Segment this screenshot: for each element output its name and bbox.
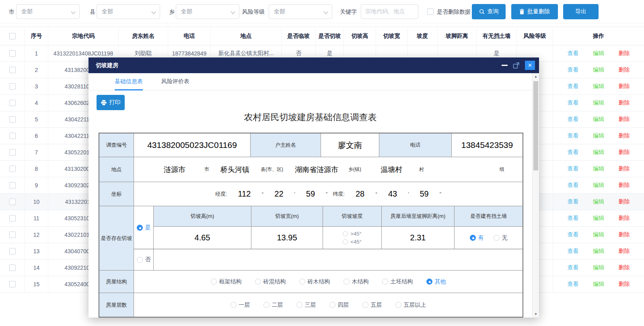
radio-option[interactable]: >45° [343, 231, 361, 237]
row-checkbox[interactable] [9, 166, 16, 172]
export-button[interactable]: 导出 [563, 4, 599, 19]
select-all-checkbox[interactable] [9, 33, 16, 39]
delete-link[interactable]: 删除 [619, 231, 630, 238]
row-checkbox[interactable] [9, 83, 16, 90]
edit-link[interactable]: 编辑 [593, 165, 604, 172]
delete-link[interactable]: 删除 [619, 281, 630, 288]
view-link[interactable]: 查看 [568, 116, 579, 123]
view-link[interactable]: 查看 [568, 99, 579, 107]
row-select-cell [0, 210, 25, 226]
township-select[interactable]: 全部 [176, 4, 239, 19]
edit-link[interactable]: 编辑 [593, 66, 604, 74]
edit-link[interactable]: 编辑 [593, 198, 604, 205]
edit-link[interactable]: 编辑 [593, 182, 604, 189]
query-button[interactable]: 查询 [472, 4, 506, 19]
row-checkbox[interactable] [9, 182, 16, 189]
delete-link[interactable]: 删除 [619, 66, 630, 74]
delete-link[interactable]: 删除 [619, 132, 630, 139]
radio-option-no[interactable]: 否 [134, 249, 153, 270]
radio-option[interactable]: 无 [494, 234, 508, 242]
edit-link[interactable]: 编辑 [593, 264, 604, 271]
edit-link[interactable]: 编辑 [593, 231, 604, 238]
view-link[interactable]: 查看 [568, 165, 579, 172]
row-checkbox[interactable] [9, 232, 16, 238]
radio-option[interactable]: 三层 [296, 301, 316, 309]
row-checkbox[interactable] [9, 133, 16, 139]
view-link[interactable]: 查看 [568, 66, 579, 74]
delete-link[interactable]: 删除 [619, 165, 630, 172]
view-link[interactable]: 查看 [568, 215, 579, 222]
print-button[interactable]: 打印 [97, 95, 125, 110]
view-link[interactable]: 查看 [568, 264, 579, 271]
minimize-icon[interactable] [502, 65, 508, 66]
view-link[interactable]: 查看 [568, 198, 579, 205]
view-link[interactable]: 查看 [568, 149, 579, 156]
close-icon[interactable]: ✕ [525, 61, 535, 70]
radio-option[interactable]: 框架结构 [211, 278, 242, 285]
delete-link[interactable]: 删除 [619, 149, 630, 156]
delete-link[interactable]: 删除 [619, 99, 630, 107]
radio-option[interactable]: 一层 [230, 301, 250, 309]
row-checkbox[interactable] [9, 215, 16, 221]
radio-option[interactable]: 五层以上 [395, 301, 426, 309]
radio-option[interactable]: 砖混结构 [255, 278, 286, 285]
city-select[interactable]: 全部 [16, 4, 80, 19]
row-checkbox[interactable] [9, 264, 16, 271]
edit-link[interactable]: 编辑 [593, 132, 604, 139]
delete-link[interactable]: 删除 [619, 83, 630, 90]
tab-basic-info[interactable]: 基础信息表 [115, 73, 143, 90]
edit-link[interactable]: 编辑 [593, 83, 604, 90]
radio-option[interactable]: 二层 [263, 301, 283, 309]
row-checkbox[interactable] [9, 67, 16, 73]
delete-link[interactable]: 删除 [619, 50, 630, 57]
county-select[interactable]: 全部 [97, 4, 160, 19]
modal-scrollbar[interactable]: ▲ ▼ [532, 73, 539, 318]
radio-option[interactable]: 五层 [362, 301, 382, 309]
delete-link[interactable]: 删除 [619, 182, 630, 189]
keyword-input[interactable]: 宗地代码、地点 [361, 4, 418, 19]
radio-option[interactable]: 有 [470, 234, 484, 242]
view-link[interactable]: 查看 [568, 182, 579, 189]
row-checkbox[interactable] [9, 248, 16, 254]
view-link[interactable]: 查看 [568, 50, 579, 57]
edit-link[interactable]: 编辑 [593, 215, 604, 222]
tab-risk-evaluation[interactable]: 风险评价表 [161, 73, 189, 90]
delete-link[interactable]: 删除 [619, 198, 630, 205]
edit-link[interactable]: 编辑 [593, 248, 604, 255]
view-link[interactable]: 查看 [568, 248, 579, 255]
row-checkbox[interactable] [9, 199, 16, 205]
radio-option[interactable]: 土坯结构 [382, 278, 413, 285]
view-link[interactable]: 查看 [568, 132, 579, 139]
row-checkbox[interactable] [9, 50, 16, 57]
edit-link[interactable]: 编辑 [593, 149, 604, 156]
edit-link[interactable]: 编辑 [593, 116, 604, 123]
delete-link[interactable]: 删除 [619, 264, 630, 271]
maximize-icon[interactable] [513, 62, 520, 69]
radio-option[interactable]: 木结构 [344, 278, 369, 285]
view-link[interactable]: 查看 [568, 281, 579, 288]
scroll-down-icon[interactable]: ▼ [533, 312, 539, 316]
delete-link[interactable]: 删除 [619, 116, 630, 123]
radio-option[interactable]: 其他 [426, 278, 446, 285]
radio-option-yes[interactable]: 是 [134, 206, 153, 249]
edit-link[interactable]: 编辑 [593, 50, 604, 57]
edit-link[interactable]: 编辑 [593, 99, 604, 107]
row-checkbox[interactable] [9, 116, 16, 123]
delete-link[interactable]: 删除 [619, 248, 630, 255]
row-checkbox[interactable] [9, 281, 16, 287]
radio-option[interactable]: <45° [343, 239, 361, 245]
view-link[interactable]: 查看 [568, 83, 579, 90]
header-select-all-cell [0, 27, 25, 45]
view-link[interactable]: 查看 [568, 231, 579, 238]
radio-option[interactable]: 砖木结构 [299, 278, 330, 285]
radio-option[interactable]: 四层 [329, 301, 349, 309]
scrollbar-thumb[interactable] [533, 81, 538, 170]
delete-link[interactable]: 删除 [619, 215, 630, 222]
risk-select[interactable]: 全部 [269, 4, 332, 19]
row-checkbox[interactable] [9, 149, 16, 156]
edit-link[interactable]: 编辑 [593, 281, 604, 288]
batch-delete-button[interactable]: 批量删除 [511, 4, 558, 19]
show-deleted-checkbox[interactable] [427, 8, 434, 15]
scroll-up-icon[interactable]: ▲ [533, 75, 539, 78]
row-checkbox[interactable] [9, 100, 16, 106]
